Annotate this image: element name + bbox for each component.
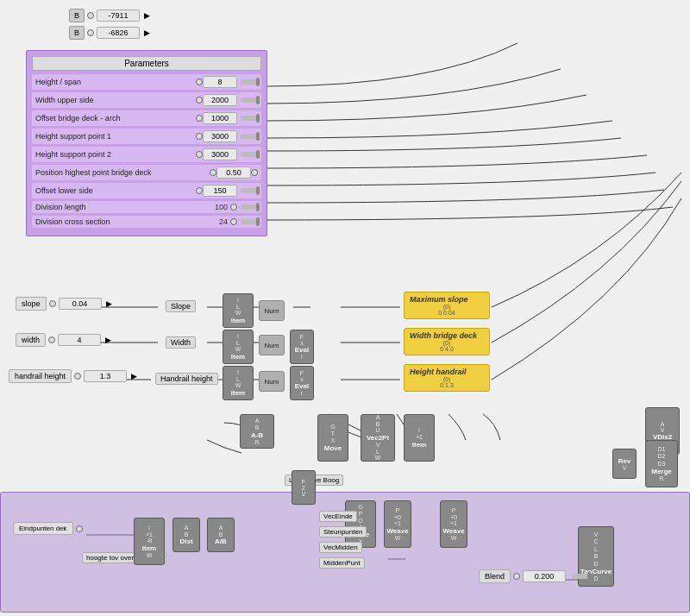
param-label-height-support-1: Height support point 1 (35, 132, 196, 141)
num-node-width: Num (259, 335, 285, 355)
param-connector-offset-bridge (196, 115, 203, 122)
midden-punt-label: MiddenPunt (319, 557, 365, 569)
param-label-division-cross: Division cross section (35, 217, 216, 226)
ab-bottom-node: AB A/B (207, 518, 235, 552)
weave2-ports: P+0+1 (450, 507, 457, 527)
slope-arrow: ▶ (106, 299, 112, 308)
handrail-connector (74, 373, 81, 380)
merge-ports: D1D2D3 (658, 446, 666, 468)
param-height-support-1[interactable]: Height support point 1 3000 (32, 129, 261, 144)
slope-label: slope (16, 297, 47, 311)
ab-bottom-label: A/B (215, 537, 227, 545)
param-slider-height-span[interactable] (241, 79, 258, 85)
height-handrail-label: Height handrail (410, 368, 484, 376)
tancurve-ports-l: VCLBD (593, 531, 598, 568)
param-value-offset-lower: 150 (203, 185, 237, 197)
param-offset-lower[interactable]: Offset lower side 150 (32, 183, 261, 198)
num-node-slope: Num (259, 300, 285, 321)
handrail-input-row: handrail height 1.3 ▶ (9, 369, 137, 383)
param-position-highest[interactable]: Position highest point bridge deck 0.50 (32, 165, 261, 180)
connector-2 (87, 29, 94, 36)
param-slider-height-support-1[interactable] (241, 134, 258, 139)
vec2pt-ports-l: ABU (375, 414, 380, 434)
vec2pt-ports-r: VLW (375, 442, 381, 462)
width-middle-label: Width (166, 336, 196, 349)
item-node-width-label: Item (231, 353, 245, 361)
width-bridge-output: Width bridge deck (0) 0 4.0 (404, 328, 490, 355)
eindpunten-label: Eindpunten dek (13, 522, 73, 535)
weave1-w: W (395, 535, 401, 541)
slope-value: 0.04 (59, 298, 102, 310)
param-connector-position-highest-right (251, 169, 258, 176)
width-bridge-sub: (0) (410, 340, 484, 346)
num-node-slope-label: Num (265, 307, 279, 315)
param-width-upper[interactable]: Width upper side 2000 (32, 92, 261, 108)
vec-einde-label: VecEinde (319, 511, 357, 522)
dist-node: AB Dist (172, 518, 200, 552)
param-division-cross[interactable]: Division cross section 24 (32, 216, 261, 228)
param-connector-height-support-1 (196, 133, 203, 140)
vec2pt-label: Vec2Pt (367, 434, 389, 442)
steunpunten-label: Steunpunten (319, 526, 367, 537)
rev-v: V (623, 465, 627, 471)
param-value-height-support-2: 3000 (203, 148, 237, 160)
eval-width-r: r (301, 354, 303, 360)
max-slope-value: 0 0.04 (410, 310, 484, 316)
param-value-position-highest: 0.50 (216, 167, 251, 179)
vec2pt-node: ABU Vec2Pt VLW (361, 414, 395, 462)
arrow-2: ▶ (144, 28, 150, 37)
rev-node: Rev V (612, 449, 637, 479)
eval-handrail-label: Eval (295, 382, 309, 390)
b-label-1: B (69, 9, 85, 22)
eval-handrail-r: r (301, 390, 303, 396)
ab-bottom-ports: AB (219, 525, 223, 537)
ab-ports: AB (255, 418, 260, 431)
param-division-length[interactable]: Division length 100 (32, 201, 261, 213)
param-slider-division-cross[interactable] (241, 219, 258, 224)
eindpunten-connector (76, 525, 83, 532)
param-connector-height-support-2 (196, 151, 203, 158)
item-node-handrail-ports: ILW (235, 369, 242, 389)
dist-ports: AB (185, 525, 189, 537)
param-offset-bridge[interactable]: Offset bridge deck - arch 1000 (32, 110, 261, 126)
item-bottom-label: Item (142, 544, 156, 552)
blend-connector (513, 573, 520, 580)
merge-r: R (659, 475, 663, 481)
param-slider-offset-lower[interactable] (241, 188, 258, 193)
max-slope-sub: (0) (410, 304, 484, 310)
item-node-handrail-label: Item (231, 389, 245, 397)
eindpunten-row: Eindpunten dek (13, 522, 83, 535)
param-slider-division-length[interactable] (241, 204, 258, 210)
b-node-1: B -7911 ▶ (69, 9, 150, 22)
width-input-row: width 4 ▶ (16, 333, 111, 347)
param-label-height-span: Height / span (35, 78, 196, 86)
blend-slider[interactable] (572, 574, 589, 579)
move1-ports: GTX (330, 424, 335, 443)
item-node-width: ILW Item (223, 330, 254, 364)
num-node-handrail: Num (259, 371, 285, 392)
weave-node-2: P+0+1 Weave W (440, 500, 467, 548)
param-slider-width-upper[interactable] (241, 97, 258, 103)
item-node-slope-label: Item (231, 317, 245, 324)
param-height-span[interactable]: Height / span 8 (32, 74, 261, 90)
param-label-width-upper: Width upper side (35, 96, 196, 104)
item-node-mid: I+1 Item (404, 414, 435, 462)
item-bottom-node: I+1-B Item W (134, 518, 165, 565)
item-node-width-ports: ILW (235, 333, 242, 353)
item-bottom-w: W (147, 552, 153, 558)
height-handrail-value: 0 1.3 (410, 382, 484, 388)
item-node-slope: ILW Item (223, 293, 254, 328)
z-f-ports: FZV (302, 479, 306, 497)
num-node-handrail-label: Num (265, 378, 279, 386)
num-node-width-label: Num (265, 342, 279, 349)
width-label: width (16, 333, 46, 347)
param-connector-offset-lower (196, 187, 203, 194)
param-value-height-span: 8 (203, 76, 237, 88)
param-height-support-2[interactable]: Height support point 2 3000 (32, 147, 261, 162)
blend-label: Blend (479, 569, 511, 583)
height-handrail-sub: (0) (410, 376, 484, 382)
weave2-label: Weave (442, 527, 464, 535)
eval-node-width: Fx Eval r (290, 330, 314, 364)
param-slider-height-support-2[interactable] (241, 152, 258, 157)
param-slider-offset-bridge[interactable] (241, 116, 258, 121)
